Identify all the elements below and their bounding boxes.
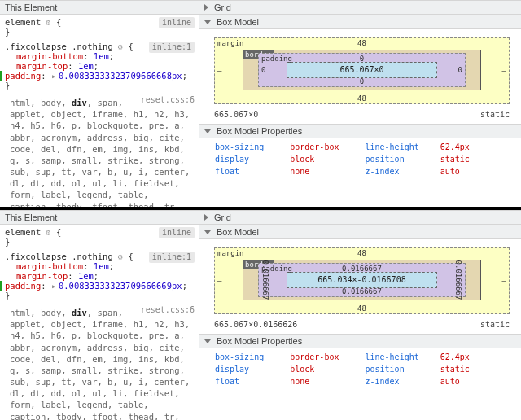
- reset-rule[interactable]: reset.css:6 html, body, div, html, body,…: [0, 93, 199, 207]
- reset-rule[interactable]: reset.css:6 html, body, div, span, apple…: [0, 303, 199, 420]
- box-model-props-header[interactable]: Box Model Properties: [199, 124, 521, 138]
- box-model-header[interactable]: Box Model: [199, 15, 521, 29]
- prop-value[interactable]: border-box: [287, 142, 361, 152]
- padding-right-value[interactable]: 0.0166667: [454, 260, 462, 300]
- margin-box[interactable]: margin 48 48 – – border padding 0 0 0 0 …: [214, 37, 510, 104]
- prop-name[interactable]: z-index: [363, 166, 436, 177]
- content-size: 665.067×0.0166626: [214, 320, 297, 329]
- fixcollapse-rule[interactable]: .fixcollapse .nothing ⚙ { inline:1 margi…: [0, 39, 199, 93]
- prop-name[interactable]: margin-bottom: [16, 51, 83, 61]
- margin-bottom-value[interactable]: 48: [357, 94, 366, 103]
- margin-box[interactable]: margin 48 48 – – border padding 0.016666…: [214, 247, 510, 314]
- prop-name[interactable]: line-height: [363, 142, 436, 152]
- prop-value[interactable]: 1em: [78, 271, 94, 281]
- prop-value[interactable]: block: [287, 154, 361, 164]
- padding-bottom-value[interactable]: 0: [360, 77, 364, 85]
- prop-name[interactable]: margin-top: [16, 271, 68, 281]
- padding-left-value[interactable]: 0.0166667: [261, 260, 269, 300]
- gear-icon[interactable]: ⚙: [118, 252, 123, 261]
- prop-name[interactable]: box-sizing: [212, 352, 286, 362]
- margin-label: margin: [217, 249, 244, 257]
- chevron-down-icon: [204, 230, 211, 234]
- prop-name[interactable]: position: [363, 364, 436, 374]
- padding-top-value[interactable]: 0: [360, 55, 364, 63]
- margin-top-value[interactable]: 48: [357, 249, 366, 257]
- gear-icon[interactable]: ⚙: [118, 42, 123, 51]
- content-box[interactable]: 665.067×0: [287, 62, 437, 78]
- content-box[interactable]: 665.034×-0.0166708: [287, 272, 437, 288]
- brace: }: [5, 81, 10, 90]
- margin-right-value[interactable]: –: [502, 277, 506, 285]
- brace: {: [128, 252, 133, 261]
- element-rule[interactable]: element ⚙ { inline }: [0, 225, 199, 249]
- grid-header[interactable]: Grid: [199, 210, 521, 225]
- padding-left-value[interactable]: 0: [261, 66, 265, 74]
- prop-value[interactable]: none: [287, 376, 361, 387]
- prop-name[interactable]: margin-bottom: [16, 261, 83, 271]
- prop-value[interactable]: border-box: [287, 352, 361, 362]
- prop-name[interactable]: display: [212, 154, 286, 164]
- margin-left-value[interactable]: –: [217, 277, 221, 285]
- source-badge[interactable]: inline: [159, 17, 195, 28]
- padding-right-value[interactable]: 0: [458, 66, 462, 74]
- prop-value[interactable]: 0.00833333323709666668px: [59, 71, 182, 81]
- prop-name[interactable]: float: [212, 166, 286, 177]
- this-element-header[interactable]: This Element: [0, 210, 199, 225]
- fixcollapse-rule[interactable]: .fixcollapse .nothing ⚙ { inline:1 margi…: [0, 249, 199, 303]
- padding-top-value[interactable]: 0.0166667: [342, 265, 382, 273]
- source-badge[interactable]: inline:1: [149, 252, 195, 263]
- source-badge[interactable]: inline: [159, 227, 195, 238]
- source-link[interactable]: reset.css:6: [141, 95, 195, 104]
- padding-bottom-value[interactable]: 0.0166667: [342, 287, 382, 295]
- source-link[interactable]: reset.css:6: [141, 305, 195, 314]
- prop-name[interactable]: line-height: [363, 352, 436, 362]
- box-model-properties-table: box-sizingborder-boxline-height62.4px di…: [199, 138, 521, 180]
- prop-value[interactable]: 62.4px: [438, 142, 511, 152]
- brace: {: [56, 227, 61, 237]
- prop-name[interactable]: padding: [5, 71, 41, 81]
- element-rule[interactable]: element ⚙ { inline }: [0, 15, 199, 39]
- prop-name[interactable]: float: [212, 376, 286, 387]
- computed-pane: Grid Box Model margin 48 48 – – border p…: [199, 210, 521, 420]
- this-element-header[interactable]: This Element: [0, 0, 199, 15]
- margin-bottom-value[interactable]: 48: [357, 304, 366, 313]
- border-box[interactable]: border padding 0 0 0 0 665.067×0: [243, 50, 481, 90]
- prop-value[interactable]: block: [287, 364, 361, 374]
- margin-top-value[interactable]: 48: [357, 39, 366, 47]
- grid-header[interactable]: Grid: [199, 0, 521, 15]
- box-model-diagram[interactable]: margin 48 48 – – border padding 0.016666…: [199, 239, 521, 317]
- padding-box[interactable]: padding 0 0 0 0 665.067×0: [258, 53, 466, 87]
- chevron-down-icon: [204, 129, 211, 133]
- prop-value[interactable]: 1em: [94, 51, 109, 61]
- prop-value[interactable]: 0.00833333323709666669px: [59, 281, 182, 291]
- prop-value[interactable]: static: [438, 364, 511, 374]
- prop-name[interactable]: box-sizing: [212, 142, 286, 152]
- margin-right-value[interactable]: –: [502, 67, 506, 75]
- prop-name[interactable]: position: [363, 154, 436, 164]
- prop-value[interactable]: auto: [438, 166, 511, 177]
- padding-box[interactable]: padding 0.0166667 0.0166667 0.0166667 0.…: [258, 263, 466, 297]
- chevron-right-icon[interactable]: ▸: [51, 281, 59, 291]
- chevron-right-icon[interactable]: ▸: [51, 71, 59, 81]
- computed-pane: Grid Box Model margin 48 48 – – border p…: [199, 0, 521, 207]
- prop-value[interactable]: 62.4px: [438, 352, 511, 362]
- prop-value[interactable]: 1em: [94, 261, 109, 271]
- box-model-header[interactable]: Box Model: [199, 225, 521, 239]
- box-model-props-header[interactable]: Box Model Properties: [199, 334, 521, 348]
- position-type: static: [480, 110, 510, 119]
- prop-name[interactable]: z-index: [363, 376, 436, 387]
- prop-value[interactable]: none: [287, 166, 361, 177]
- prop-value[interactable]: 1em: [78, 61, 94, 71]
- gear-icon[interactable]: ⚙: [46, 228, 51, 237]
- brace: }: [5, 27, 10, 37]
- box-model-diagram[interactable]: margin 48 48 – – border padding 0 0 0 0 …: [199, 29, 521, 107]
- prop-name[interactable]: margin-top: [16, 61, 68, 71]
- border-box[interactable]: border padding 0.0166667 0.0166667 0.016…: [243, 260, 481, 300]
- prop-value[interactable]: auto: [438, 376, 511, 387]
- gear-icon[interactable]: ⚙: [46, 18, 51, 27]
- prop-name[interactable]: padding: [5, 281, 41, 291]
- prop-name[interactable]: display: [212, 364, 286, 374]
- margin-left-value[interactable]: –: [217, 67, 221, 75]
- prop-value[interactable]: static: [438, 154, 511, 164]
- source-badge[interactable]: inline:1: [149, 42, 195, 53]
